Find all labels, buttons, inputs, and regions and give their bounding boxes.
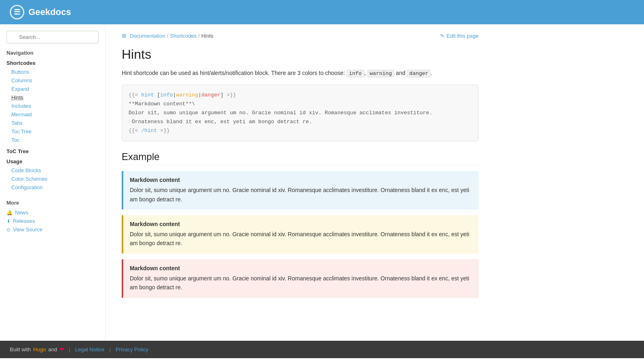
breadcrumb-shortcodes-link[interactable]: Shortcodes xyxy=(170,33,197,39)
footer-separator: | xyxy=(69,346,70,352)
intro-text: Hint shortcode can be used as hint/alert… xyxy=(122,70,345,76)
main-content: ⊞ Documentation / Shortcodes / Hints ✎ E… xyxy=(105,24,495,341)
hint-box-warning-title: Markdown content xyxy=(130,221,472,227)
more-item-releases-label: Releases xyxy=(13,218,35,224)
breadcrumb-path: ⊞ Documentation / Shortcodes / Hints xyxy=(122,32,213,39)
nav-group-toctree: ToC Tree xyxy=(6,148,99,154)
search-input[interactable] xyxy=(6,31,99,43)
more-item-releases[interactable]: ⬇ Releases xyxy=(6,217,99,225)
inline-code-danger: danger xyxy=(407,70,431,77)
sidebar: 🔍 Navigation Shortcodes Buttons Columns … xyxy=(0,24,105,341)
sidebar-item-expand[interactable]: Expand xyxy=(6,85,99,93)
hint-box-warning: Markdown content Dolor sit, sumo unique … xyxy=(122,215,479,254)
breadcrumb: ⊞ Documentation / Shortcodes / Hints ✎ E… xyxy=(122,32,479,39)
edit-label: Edit this page xyxy=(447,33,479,39)
sidebar-item-includes[interactable]: Includes xyxy=(6,102,99,110)
breadcrumb-doc-link[interactable]: Documentation xyxy=(130,33,165,39)
sidebar-item-toc-tree[interactable]: Toc Tree xyxy=(6,127,99,136)
sidebar-item-configuration[interactable]: Configuration xyxy=(6,183,99,192)
view-source-icon: ⊙ xyxy=(6,227,11,233)
sidebar-item-mermaid[interactable]: Mermaid xyxy=(6,110,99,119)
more-item-news[interactable]: 🔔 News xyxy=(6,208,99,217)
inline-code-info: info xyxy=(347,70,364,77)
hint-box-info: Markdown content Dolor sit, sumo unique … xyxy=(122,171,479,209)
nav-section-title: Navigation xyxy=(6,50,99,56)
hint-box-warning-body: Dolor sit, sumo unique argument um no. G… xyxy=(130,230,472,248)
footer-heart-icon: ❤ xyxy=(60,346,64,352)
sidebar-item-color-schemes[interactable]: Color Schemes xyxy=(6,175,99,183)
header: ☰ Geekdocs xyxy=(0,0,644,24)
hint-box-danger: Markdown content Dolor sit, sumo unique … xyxy=(122,259,479,298)
intro-paragraph: Hint shortcode can be used as hint/alert… xyxy=(122,68,479,78)
layout: 🔍 Navigation Shortcodes Buttons Columns … xyxy=(0,24,644,341)
edit-page-link[interactable]: ✎ Edit this page xyxy=(440,33,479,39)
nav-group-usage: Usage xyxy=(6,158,99,164)
sidebar-item-toc[interactable]: Toc xyxy=(6,136,99,144)
inline-code-warning: warning xyxy=(367,70,395,77)
search-wrapper: 🔍 xyxy=(6,31,99,43)
more-item-view-source-label: View Source xyxy=(13,226,43,233)
hint-box-info-title: Markdown content xyxy=(130,177,472,183)
nav-group-shortcodes: Shortcodes xyxy=(6,60,99,66)
sidebar-item-hints[interactable]: Hints xyxy=(6,93,99,102)
breadcrumb-current: Hints xyxy=(201,33,213,39)
sidebar-item-code-blocks[interactable]: Code Blocks xyxy=(6,166,99,175)
footer: Built with Hugo and ❤ | Legal Notice | P… xyxy=(0,341,644,358)
releases-icon: ⬇ xyxy=(6,218,11,224)
code-block: {{< hint [info|warning|danger] >}} **Mar… xyxy=(122,85,479,141)
site-logo[interactable]: ☰ Geekdocs xyxy=(10,5,71,19)
footer-privacy-policy-link[interactable]: Privacy Policy xyxy=(116,346,148,352)
footer-separator2: | xyxy=(109,346,110,352)
logo-icon: ☰ xyxy=(10,5,24,19)
sidebar-item-tabs[interactable]: Tabs xyxy=(6,119,99,127)
site-name: Geekdocs xyxy=(28,7,71,17)
more-section-title: More xyxy=(6,200,99,206)
sidebar-item-columns[interactable]: Columns xyxy=(6,76,99,85)
edit-icon: ✎ xyxy=(440,33,444,39)
more-item-news-label: News xyxy=(15,209,28,216)
hint-box-danger-title: Markdown content xyxy=(130,265,472,271)
news-icon: 🔔 xyxy=(6,210,13,216)
footer-hugo-link[interactable]: Hugo xyxy=(33,346,46,352)
footer-built-with: Built with xyxy=(10,346,31,352)
page-title: Hints xyxy=(122,47,479,62)
breadcrumb-home-icon: ⊞ xyxy=(122,32,127,39)
hint-box-info-body: Dolor sit, sumo unique argument um no. G… xyxy=(130,186,472,204)
footer-legal-notice-link[interactable]: Legal Notice xyxy=(75,346,104,352)
sidebar-item-buttons[interactable]: Buttons xyxy=(6,68,99,76)
hint-box-danger-body: Dolor sit, sumo unique argument um no. G… xyxy=(130,274,472,292)
more-item-view-source[interactable]: ⊙ View Source xyxy=(6,225,99,234)
example-title: Example xyxy=(122,151,479,165)
footer-and: and xyxy=(48,346,57,352)
